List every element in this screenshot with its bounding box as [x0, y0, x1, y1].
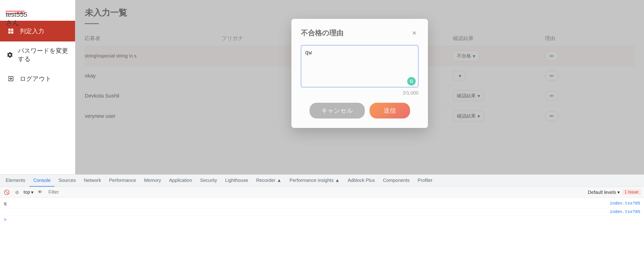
console-line: q index.tsx?85 — [4, 199, 640, 208]
default-levels[interactable]: Default levels ▾ — [588, 189, 620, 195]
tab-adblock[interactable]: Adblock Plus — [344, 175, 379, 187]
modal-header: 不合格の理由 ✕ — [301, 28, 418, 38]
top-selector[interactable]: top ▾ — [24, 189, 34, 195]
svg-rect-3 — [11, 31, 13, 34]
sidebar-item-label: パスワードを変更する — [18, 47, 70, 63]
modal-close-button[interactable]: ✕ — [410, 29, 418, 38]
tab-performance-insights[interactable]: Performance insights ▲ — [286, 175, 344, 187]
sidebar: test555 さん 判定入力 パスワードを変更する — [0, 0, 75, 174]
reason-textarea[interactable]: qw — [301, 45, 418, 87]
tab-lighthouse[interactable]: Lighthouse — [221, 175, 252, 187]
modal-title: 不合格の理由 — [301, 28, 344, 38]
sidebar-user: test555 さん — [0, 5, 75, 21]
svg-rect-1 — [11, 29, 13, 31]
stop-icon[interactable]: ⊘ — [13, 188, 21, 196]
sidebar-item-password[interactable]: パスワードを変更する — [0, 42, 75, 68]
tab-elements[interactable]: Elements — [2, 175, 29, 187]
console-prompt[interactable] — [4, 216, 640, 224]
sidebar-item-label: ログアウト — [20, 75, 52, 83]
gear-icon — [6, 50, 14, 60]
console-link[interactable]: index.tsx?85 — [610, 201, 640, 206]
devtools-panel: Elements Console Sources Network Perform… — [0, 174, 644, 278]
tab-recorder[interactable]: Recorder ▲ — [252, 175, 285, 187]
char-count: 2/1,000 — [301, 90, 418, 96]
devtools-tabs: Elements Console Sources Network Perform… — [0, 175, 644, 187]
tab-components[interactable]: Components — [379, 175, 413, 187]
main-content: 未入力一覧 応募者 フリガナ 性別 生年月日 確認結果 理由 string\ns… — [75, 0, 644, 174]
grid-icon — [6, 26, 16, 36]
tab-network[interactable]: Network — [80, 175, 105, 187]
grammarly-icon: G — [407, 77, 416, 86]
tab-performance[interactable]: Performance — [106, 175, 140, 187]
console-link[interactable]: index.tsx?85 — [610, 209, 640, 214]
filter-input[interactable] — [46, 188, 585, 196]
default-levels-label: Default levels ▾ — [588, 189, 620, 195]
textarea-wrapper: qw G — [301, 45, 418, 88]
clear-console-icon[interactable]: 🚫 — [3, 188, 10, 196]
modal: 不合格の理由 ✕ qw G 2/1,000 キャンセル 送信 — [292, 19, 428, 128]
modal-actions: キャンセル 送信 — [301, 103, 418, 119]
modal-overlay: 不合格の理由 ✕ qw G 2/1,000 キャンセル 送信 — [75, 0, 644, 174]
eye-icon[interactable]: 👁 — [36, 188, 44, 196]
tab-memory[interactable]: Memory — [140, 175, 165, 187]
sidebar-item-label: 判定入力 — [20, 27, 44, 35]
chevron-down-icon: ▾ — [31, 189, 34, 195]
issue-badge: 1 Issue: — [622, 189, 641, 195]
tab-sources[interactable]: Sources — [55, 175, 80, 187]
console-line: index.tsx?85 — [4, 208, 640, 216]
svg-rect-0 — [8, 29, 10, 31]
svg-rect-2 — [8, 31, 10, 34]
tab-application[interactable]: Application — [165, 175, 196, 187]
top-label: top — [24, 189, 30, 195]
exit-icon — [6, 74, 16, 84]
devtools-toolbar: 🚫 ⊘ top ▾ 👁 Default levels ▾ 1 Issue: — [0, 187, 644, 198]
sidebar-item-logout[interactable]: ログアウト — [0, 68, 75, 89]
tab-security[interactable]: Security — [196, 175, 221, 187]
cancel-button[interactable]: キャンセル — [310, 103, 365, 119]
tab-console[interactable]: Console — [30, 175, 54, 187]
console-value: q — [4, 201, 610, 206]
submit-button[interactable]: 送信 — [370, 103, 410, 119]
tab-profiler[interactable]: Profiler — [414, 175, 436, 187]
sidebar-username: test555 さん — [6, 11, 24, 12]
console-output: q index.tsx?85 index.tsx?85 — [0, 198, 644, 278]
